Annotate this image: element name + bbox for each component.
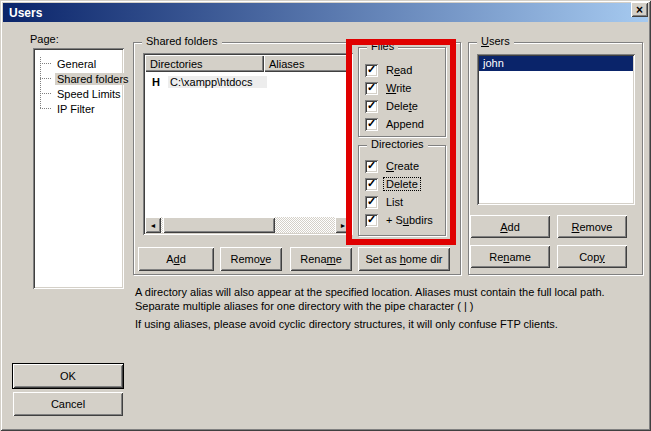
ok-button[interactable]: OK [13,364,123,388]
remove-user-button[interactable]: Remove [557,215,627,238]
button-label: Re [489,251,503,263]
page-item-shared-folders[interactable]: Shared folders [40,71,131,86]
tree-branch-icon [40,78,52,79]
label: reate [394,160,419,172]
button-label: ame [509,251,530,263]
checkbox-label: + Subdirs [384,214,435,226]
button-label-accel: m [327,253,336,265]
page-item-speed-limits[interactable]: Speed Limits [40,86,123,101]
directories-group-label: Directories [367,138,428,150]
checkbox-append[interactable]: ✓ Append [365,117,426,131]
button-label: A [166,253,173,265]
page-item-label: Shared folders [55,73,131,85]
directory-row[interactable]: H C:\xampp\htdocs [145,74,351,89]
checkbox-write[interactable]: ✓ Write [365,81,413,95]
button-label: ome dir [406,253,443,265]
button-label: Set as [365,253,399,265]
button-label-accel: A [500,221,507,233]
check-icon: ✓ [367,100,376,111]
user-item-john[interactable]: john [479,56,633,71]
button-label: e [265,253,271,265]
checkbox-box[interactable]: ✓ [365,64,378,77]
checkbox-list[interactable]: ✓ List [365,195,405,209]
directories-listview-body: Directories Aliases H C:\xampp\htdocs ◄ … [145,55,351,233]
listview-header: Directories Aliases [145,55,351,72]
button-label: Rena [300,253,326,265]
checkbox-box[interactable]: ✓ [365,82,378,95]
page-item-label: IP Filter [55,103,97,115]
checkbox-subdirs[interactable]: ✓ + Subdirs [365,213,435,227]
checkbox-box[interactable]: ✓ [365,118,378,131]
titlebar: Users [3,3,648,22]
scroll-thumb[interactable] [163,217,275,233]
button-label: Cop [579,251,599,263]
scroll-right-button[interactable]: ► [335,217,351,233]
page-item-label: Speed Limits [55,88,123,100]
check-icon: ✓ [367,214,376,225]
checkbox-box[interactable]: ✓ [365,178,378,191]
cyclic-note: If using aliases, please avoid cyclic di… [135,317,647,331]
checkbox-label: Read [384,64,414,76]
page-item-ip-filter[interactable]: IP Filter [40,101,97,116]
files-group-label: Files [367,40,398,52]
home-flag: H [152,76,160,88]
checkbox-box[interactable]: ✓ [365,100,378,113]
column-header-aliases[interactable]: Aliases [264,55,351,72]
users-group-label: Users [477,35,514,47]
checkbox-delete-files[interactable]: ✓ Delete [365,99,420,113]
alias-note: A directory alias will also appear at th… [135,285,647,313]
window-title: Users [9,6,42,20]
close-icon: × [636,4,643,16]
set-as-home-dir-button[interactable]: Set as home dir [358,247,450,271]
checkbox-label: Delete [384,178,420,190]
button-label: e [336,253,342,265]
page-label: Page: [30,33,59,45]
column-header-directories[interactable]: Directories [145,55,264,72]
remove-folder-button[interactable]: Remove [220,247,282,271]
directory-path: C:\xampp\htdocs [168,76,267,88]
scroll-left-icon: ◄ [150,222,157,229]
checkbox-label: Append [384,118,426,130]
button-label: emove [579,221,612,233]
checkbox-box[interactable]: ✓ [365,214,378,227]
checkbox-read[interactable]: ✓ Read [365,63,414,77]
button-label: Remo [231,253,260,265]
check-icon: ✓ [367,196,376,207]
files-permissions-group: Files ✓ Read ✓ Write ✓ Delete ✓ Append [358,47,446,137]
checkbox-create[interactable]: ✓ Create [365,159,421,173]
rename-folder-button[interactable]: Rename [290,247,352,271]
copy-user-button[interactable]: Copy [557,245,627,268]
button-label: Cancel [51,398,85,410]
check-icon: ✓ [367,178,376,189]
page-list[interactable]: General Shared folders Speed Limits IP F… [33,48,124,289]
cancel-button[interactable]: Cancel [13,392,123,416]
label: sers [489,35,510,47]
check-icon: ✓ [367,64,376,75]
checkbox-box[interactable]: ✓ [365,160,378,173]
add-folder-button[interactable]: Add [138,247,214,271]
page-item-general[interactable]: General [40,56,98,71]
scroll-left-button[interactable]: ◄ [145,217,161,233]
horizontal-scrollbar[interactable]: ◄ ► [145,217,351,233]
label: R [386,64,394,76]
label: e [412,100,418,112]
label: Dele [386,100,409,112]
tree-branch-icon [40,93,52,94]
label: Delete [386,178,418,190]
users-list[interactable]: john [477,54,635,205]
button-label-accel: y [599,251,605,263]
label-accel: W [386,82,396,94]
checkbox-label: Delete [384,100,420,112]
label-accel: U [481,35,489,47]
label: bdirs [409,214,433,226]
page-item-label: General [55,58,98,70]
checkbox-box[interactable]: ✓ [365,196,378,209]
label: + S [386,214,403,226]
rename-user-button[interactable]: Rename [470,245,550,268]
add-user-button[interactable]: Add [470,215,550,238]
button-label: d [180,253,186,265]
checkbox-delete-dirs[interactable]: ✓ Delete [365,177,420,191]
checkbox-label: Write [384,82,413,94]
check-icon: ✓ [367,118,376,129]
close-button[interactable]: × [631,2,648,17]
